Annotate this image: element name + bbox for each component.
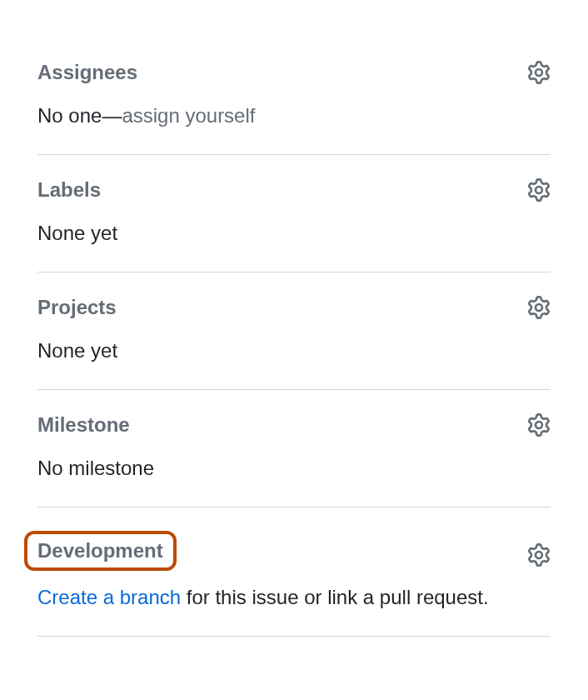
development-title: Development xyxy=(37,539,163,562)
milestone-header: Milestone xyxy=(37,413,551,437)
development-highlight: Development xyxy=(24,531,177,571)
projects-title: Projects xyxy=(37,296,117,319)
assignees-title: Assignees xyxy=(37,61,137,84)
labels-value: None yet xyxy=(37,218,551,248)
gear-icon[interactable] xyxy=(527,178,551,202)
labels-title: Labels xyxy=(37,178,101,202)
dash: — xyxy=(102,104,122,127)
assignees-section: Assignees No one—assign yourself xyxy=(37,38,551,155)
create-branch-link[interactable]: Create a branch xyxy=(37,586,181,608)
projects-value: None yet xyxy=(37,336,551,366)
milestone-value: No milestone xyxy=(37,453,551,483)
gear-icon[interactable] xyxy=(527,61,551,84)
assignees-header: Assignees xyxy=(37,61,551,84)
gear-icon[interactable] xyxy=(527,296,551,319)
labels-header: Labels xyxy=(37,178,551,202)
milestone-title: Milestone xyxy=(37,413,130,437)
projects-header: Projects xyxy=(37,296,551,319)
gear-icon[interactable] xyxy=(527,543,551,567)
gear-icon[interactable] xyxy=(527,413,551,437)
development-body: Create a branch for this issue or link a… xyxy=(37,582,551,612)
assignees-body: No one—assign yourself xyxy=(37,101,551,131)
development-header: Development xyxy=(37,531,551,579)
development-suffix: for this issue or link a pull request. xyxy=(181,586,489,608)
labels-section: Labels None yet xyxy=(37,155,551,272)
projects-section: Projects None yet xyxy=(37,272,551,390)
development-section: Development Create a branch for this iss… xyxy=(37,508,551,637)
assignees-noone: No one xyxy=(37,104,102,127)
milestone-section: Milestone No milestone xyxy=(37,390,551,508)
assign-yourself-link[interactable]: assign yourself xyxy=(122,104,255,127)
